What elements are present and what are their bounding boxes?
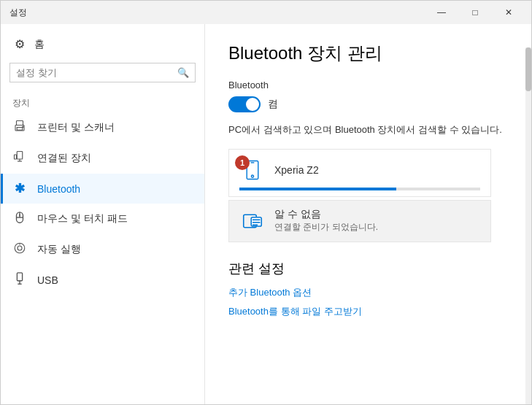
usb-label: USB [37, 274, 58, 286]
search-icon: 🔍 [177, 67, 189, 78]
toggle-state-label: 켬 [268, 98, 278, 111]
connected-label: 연결된 장치 [37, 152, 91, 165]
scrollbar-thumb[interactable] [525, 47, 531, 91]
device-unknown[interactable]: 알 수 없음 연결할 준비가 되었습니다. [228, 200, 491, 242]
svg-point-13 [18, 246, 22, 250]
bluetooth-section-label: Bluetooth [228, 80, 502, 90]
unknown-row: 알 수 없음 연결할 준비가 되었습니다. [239, 208, 480, 234]
svg-rect-2 [17, 128, 23, 131]
bluetooth-label: Bluetooth [37, 183, 80, 195]
xperia-info: Xperia Z2 [274, 164, 480, 176]
sidebar-item-usb[interactable]: USB [1, 265, 204, 296]
main-panel: Bluetooth 장치 관리 Bluetooth 켬 PC에서 검색하고 있으… [205, 24, 525, 404]
close-button[interactable]: ✕ [492, 1, 525, 24]
main-content: ⚙ 홈 🔍 장치 프린터 및 스캐너 [1, 24, 531, 404]
sidebar-item-autorun[interactable]: 자동 실행 [1, 234, 204, 265]
related-link-options[interactable]: 추가 Bluetooth 옵션 [228, 286, 502, 299]
toggle-row: 켬 [228, 96, 502, 112]
search-box[interactable]: 🔍 [9, 63, 196, 82]
bluetooth-toggle[interactable] [228, 96, 261, 112]
page-title: Bluetooth 장치 관리 [228, 42, 502, 65]
device-xperia[interactable]: 1 Xperia Z2 [228, 149, 491, 197]
autorun-label: 자동 실행 [37, 243, 81, 256]
sidebar-item-mouse[interactable]: 마우스 및 터치 패드 [1, 204, 204, 234]
usb-icon [12, 272, 27, 288]
sidebar-item-bluetooth[interactable]: ✱ Bluetooth [1, 174, 204, 204]
related-link-transfer[interactable]: Bluetooth를 통해 파일 주고받기 [228, 305, 502, 318]
minimize-button[interactable]: — [425, 1, 458, 24]
svg-point-20 [251, 175, 253, 177]
svg-rect-15 [17, 273, 22, 281]
svg-rect-7 [15, 155, 17, 159]
title-bar: 설정 — □ ✕ [1, 1, 531, 24]
scrollbar-track [525, 47, 531, 404]
sidebar-item-connected[interactable]: 연결된 장치 [1, 143, 204, 174]
window-controls: — □ ✕ [425, 1, 525, 24]
connected-icon [12, 150, 27, 166]
unknown-icon [239, 208, 266, 234]
xperia-progress-container [239, 188, 480, 190]
window-title: 설정 [7, 7, 27, 19]
related-settings: 관련 설정 추가 Bluetooth 옵션 Bluetooth를 통해 파일 주… [228, 260, 502, 318]
svg-rect-4 [17, 152, 23, 160]
home-label: 홈 [34, 38, 45, 51]
printer-icon [12, 120, 27, 136]
section-label: 장치 [1, 91, 204, 112]
autorun-icon [12, 242, 27, 258]
unknown-name: 알 수 없음 [274, 208, 480, 221]
maximize-button[interactable]: □ [458, 1, 492, 24]
sidebar: ⚙ 홈 🔍 장치 프린터 및 스캐너 [1, 24, 205, 404]
xperia-row: Xperia Z2 [239, 157, 480, 183]
unknown-sub: 연결할 준비가 되었습니다. [274, 221, 480, 234]
svg-point-3 [23, 126, 24, 128]
mouse-icon [12, 211, 27, 227]
sidebar-item-home[interactable]: ⚙ 홈 [1, 30, 204, 58]
search-input[interactable] [16, 67, 177, 78]
xperia-progress-bar [239, 188, 396, 190]
bluetooth-description: PC에서 검색하고 있으며 Bluetooth 장치에서 검색할 수 있습니다. [228, 123, 502, 137]
printer-label: 프린터 및 스캐너 [37, 121, 115, 134]
related-title: 관련 설정 [228, 260, 502, 277]
unknown-info: 알 수 없음 연결할 준비가 되었습니다. [274, 208, 480, 234]
svg-rect-0 [17, 121, 23, 126]
bluetooth-icon: ✱ [12, 181, 27, 196]
home-icon: ⚙ [12, 37, 27, 51]
sidebar-item-printer[interactable]: 프린터 및 스캐너 [1, 112, 204, 143]
mouse-label: 마우스 및 터치 패드 [37, 212, 128, 225]
settings-window: 설정 — □ ✕ ⚙ 홈 🔍 장치 [0, 0, 532, 405]
notification-badge: 1 [235, 155, 250, 170]
xperia-name: Xperia Z2 [274, 164, 480, 176]
